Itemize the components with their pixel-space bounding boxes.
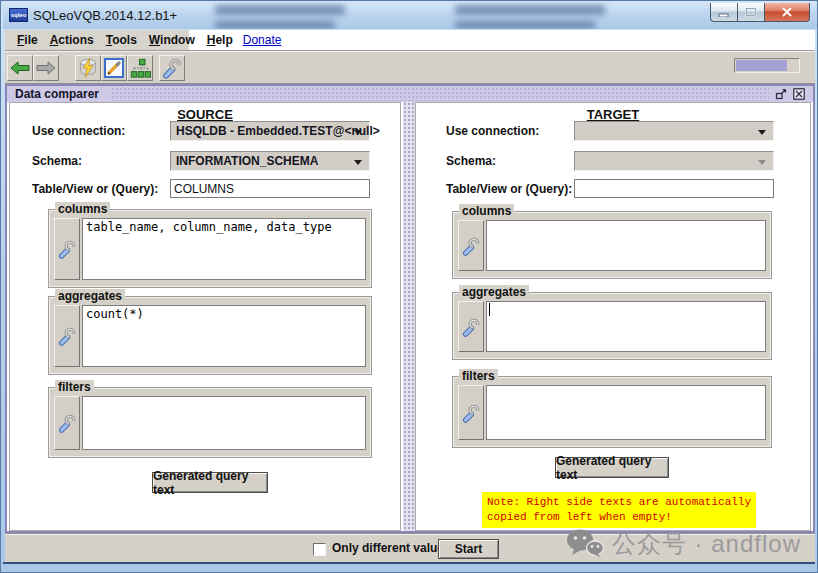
run-query-button[interactable] [75, 55, 101, 81]
app-icon: sqleo [9, 8, 28, 22]
glass-artifact [215, 5, 345, 15]
start-button[interactable]: Start [438, 539, 499, 559]
diagram-tree-icon [129, 57, 151, 79]
chevron-down-icon [354, 160, 362, 165]
source-aggregates-group: aggregates count(*) [48, 296, 372, 375]
only-different-values-label: Only different values [332, 541, 451, 555]
source-connection-combo[interactable]: HSQLDB - Embedded.TEST@<null> [170, 121, 370, 141]
glass-artifact [455, 5, 605, 15]
target-filters-wrench-button[interactable] [458, 385, 484, 440]
window-controls [710, 3, 810, 22]
text-caret [489, 303, 490, 316]
target-schema-combo [574, 151, 774, 171]
menu-bar: File Actions Tools Window Help Donate [5, 30, 815, 51]
menu-file[interactable]: File [11, 33, 44, 47]
title-bar[interactable]: sqleo SQLeoVQB.2014.12.b1+ [3, 2, 817, 29]
source-columns-title: columns [55, 202, 110, 216]
source-aggregates-textarea[interactable]: count(*) [82, 305, 366, 367]
data-comparer-content: SOURCE Use connection: HSQLDB - Embedded… [7, 102, 813, 531]
source-columns-wrench-button[interactable] [54, 218, 80, 280]
target-aggregates-textarea[interactable] [486, 301, 766, 352]
source-filters-group: filters [48, 387, 372, 458]
chevron-down-icon [758, 160, 766, 165]
source-filters-textarea[interactable] [82, 396, 366, 450]
donate-link[interactable]: Donate [243, 33, 282, 47]
menu-tools[interactable]: Tools [100, 33, 143, 47]
progress-bar-fill [736, 60, 787, 71]
window-frame-edge [3, 562, 815, 564]
frame-close-button[interactable] [792, 88, 805, 100]
target-connection-label: Use connection: [446, 121, 539, 141]
chevron-down-icon [758, 130, 766, 135]
menu-window[interactable]: Window [143, 33, 201, 47]
wrench-icon [461, 317, 481, 337]
target-columns-group: columns [452, 211, 772, 279]
menu-help[interactable]: Help [201, 33, 239, 47]
source-filters-wrench-button[interactable] [54, 396, 80, 450]
titlebar-hatch [111, 87, 769, 101]
note-line-1: Note: Right side texts are automatically [487, 495, 751, 510]
maximize-button[interactable] [738, 3, 765, 22]
auto-copy-note: Note: Right side texts are automatically… [482, 492, 756, 528]
target-connection-combo[interactable] [574, 121, 774, 141]
target-aggregates-title: aggregates [459, 285, 529, 299]
source-connection-value: HSQLDB - Embedded.TEST@<null> [176, 124, 380, 138]
progress-bar [734, 58, 800, 73]
back-arrow-icon [9, 60, 31, 76]
source-schema-combo[interactable]: INFORMATION_SCHEMA [170, 151, 370, 171]
target-aggregates-wrench-button[interactable] [458, 301, 484, 352]
glass-artifact [215, 21, 335, 29]
settings-button[interactable] [159, 55, 185, 81]
source-aggregates-wrench-button[interactable] [54, 305, 80, 367]
panel-splitter[interactable] [403, 102, 415, 531]
menu-actions[interactable]: Actions [44, 33, 100, 47]
target-table-label: Table/View or (Query): [446, 179, 572, 199]
source-filters-title: filters [55, 380, 94, 394]
close-box-icon [793, 88, 805, 100]
source-aggregates-title: aggregates [55, 289, 125, 303]
source-schema-value: INFORMATION_SCHEMA [176, 154, 318, 168]
source-columns-group: columns table_name, column_name, data_ty… [48, 209, 372, 288]
target-filters-group: filters [452, 376, 772, 448]
chevron-down-icon [354, 130, 362, 135]
edit-button[interactable] [101, 55, 127, 81]
source-table-label: Table/View or (Query): [32, 179, 158, 199]
only-different-values-checkbox[interactable] [313, 543, 326, 556]
target-schema-label: Schema: [446, 151, 496, 171]
target-panel: TARGET Use connection: Schema: Table/Vie… [415, 102, 811, 531]
target-filters-textarea[interactable] [486, 385, 766, 440]
window-title: SQLeoVQB.2014.12.b1+ [33, 8, 177, 23]
toolbar [5, 51, 815, 84]
glass-artifact [455, 21, 595, 29]
forward-button[interactable] [33, 55, 59, 81]
database-lightning-icon [77, 57, 99, 79]
forward-arrow-icon [35, 60, 57, 76]
data-comparer-frame: Data comparer SOURCE Use connection: [5, 84, 815, 533]
wrench-icon [57, 239, 77, 259]
wrench-icon [57, 413, 77, 433]
target-columns-textarea[interactable] [486, 220, 766, 271]
wrench-icon [57, 326, 77, 346]
restore-icon [775, 88, 787, 100]
target-generated-query-button[interactable]: Generated query text [555, 457, 669, 478]
wrench-icon [461, 236, 481, 256]
source-header: SOURCE [10, 107, 400, 122]
edit-pencil-icon [103, 57, 125, 79]
target-filters-title: filters [459, 369, 498, 383]
source-connection-label: Use connection: [32, 121, 125, 141]
wrench-icon [161, 57, 183, 79]
source-generated-query-button[interactable]: Generated query text [152, 472, 268, 493]
minimize-button[interactable] [710, 3, 738, 22]
target-columns-wrench-button[interactable] [458, 220, 484, 271]
source-columns-textarea[interactable]: table_name, column_name, data_type [82, 218, 366, 280]
frame-restore-button[interactable] [774, 88, 787, 100]
close-button[interactable] [765, 3, 810, 22]
note-line-2: copied from left when empty! [487, 510, 751, 525]
source-table-input[interactable] [170, 179, 370, 198]
app-window: sqleo SQLeoVQB.2014.12.b1+ File Actions … [0, 0, 818, 573]
back-button[interactable] [7, 55, 33, 81]
target-table-input[interactable] [574, 179, 774, 198]
data-comparer-titlebar[interactable]: Data comparer [7, 86, 813, 102]
diagram-button[interactable] [127, 55, 153, 81]
target-header: TARGET [416, 107, 810, 122]
